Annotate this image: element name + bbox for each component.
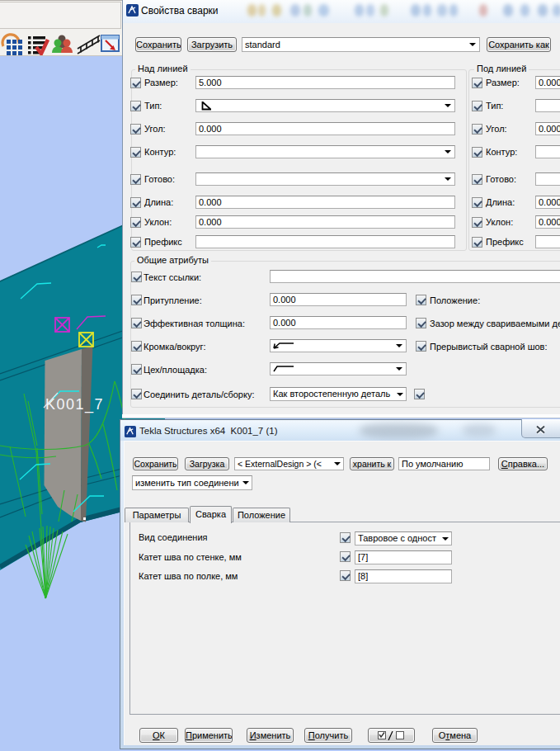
svg-text:K001_7: K001_7 [45, 396, 104, 413]
